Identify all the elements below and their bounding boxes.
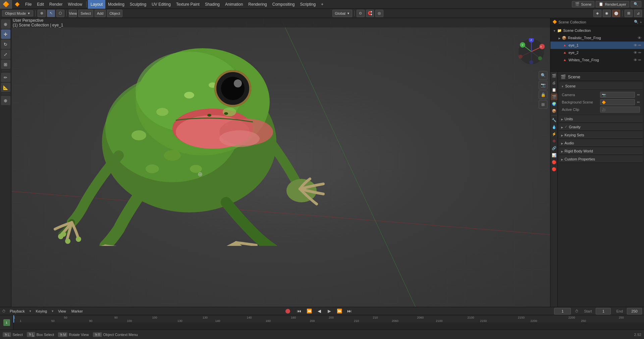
layout-btn[interactable]: ⊞ [539, 100, 547, 109]
proportional-btn[interactable]: ◎ [375, 10, 383, 17]
rigid-body-section-header[interactable]: Rigid Body World [559, 147, 643, 155]
tl-end-frame[interactable]: 250 [627, 308, 642, 315]
tl-start-frame[interactable]: 1 [596, 308, 611, 315]
add-menu-btn[interactable]: Add [95, 10, 106, 17]
lasso-select-btn[interactable]: ⬡ [56, 10, 64, 17]
keying-section-header[interactable]: Keying Sets [559, 131, 643, 139]
props-tab-constraints[interactable]: 🔗 [551, 145, 557, 151]
pivot-btn[interactable]: ⊙ [357, 10, 365, 17]
tool-measure[interactable]: 📐 [1, 83, 10, 92]
menu-window[interactable]: Render [47, 0, 65, 9]
snap-btn[interactable]: 🧲 [366, 10, 374, 17]
camera-edit-icon[interactable]: ✏ [637, 93, 640, 97]
tool-annotate[interactable]: ✏ [1, 73, 10, 82]
tl-prev-frame-btn[interactable]: ⏪ [306, 308, 313, 315]
props-tab-physics[interactable]: ⚙ [551, 138, 557, 144]
tl-jump-end-btn[interactable]: ⏭ [346, 308, 353, 315]
scene-section-header[interactable]: Scene [559, 82, 643, 90]
workspace-sculpting[interactable]: Sculpting [127, 0, 149, 9]
tl-play-btn[interactable]: ▶ [326, 308, 333, 315]
gravity-check-icon[interactable]: ✓ [565, 125, 568, 129]
outliner-item-whites[interactable]: 🔺 Whites_Tree_Frog 👁 ✏ [550, 56, 644, 64]
status-context[interactable]: 🖱R Object Context Menu [93, 332, 138, 337]
props-tab-output[interactable]: 🖨 [551, 79, 557, 86]
props-tab-object[interactable]: 📦 [551, 108, 557, 114]
object-mode-dropdown[interactable]: Object Mode ▼ [2, 10, 33, 16]
viewport-gizmo-btn[interactable]: ⊿ [634, 10, 642, 17]
select-tool-btn[interactable]: ↖ [47, 10, 55, 17]
bg-scene-selector[interactable]: 🔶 [600, 99, 635, 105]
workspace-animation[interactable]: Animation [222, 0, 246, 9]
props-tab-modifiers[interactable]: 🔧 [551, 117, 557, 123]
workspace-modeling[interactable]: Modeling [105, 0, 127, 9]
menu-edit[interactable]: File [22, 0, 34, 9]
outliner-filter-btn[interactable]: 🔍 [634, 20, 639, 24]
menu-file[interactable]: 🔶 [12, 0, 22, 9]
outliner-item-eye1[interactable]: 🔺 eye_1 👁 ✏ [550, 42, 644, 49]
tl-marker-btn[interactable]: Marker [70, 309, 84, 313]
props-tab-mat2[interactable]: 🔴 [551, 166, 557, 173]
outliner-item-scene-collection[interactable]: 📁 Scene Collection [550, 27, 644, 34]
gravity-section-header[interactable]: ✓ Gravity [559, 123, 643, 131]
workspace-texture-paint[interactable]: Texture Paint [173, 0, 202, 9]
props-tab-vfx[interactable]: 💧 [551, 124, 557, 130]
menu-help[interactable]: Window [65, 0, 85, 9]
view-menu-btn[interactable]: View [69, 10, 77, 17]
search-btn[interactable]: 🔍 [631, 1, 641, 7]
timeline-marks[interactable]: 1 50 90 100 130 140 160 200 210 2060 210… [13, 315, 644, 323]
viewport-shade-rendered[interactable]: ⬤ [612, 10, 620, 17]
scene-selector[interactable]: 🎬 Scene [572, 1, 594, 7]
zoom-in-btn[interactable]: 🔍 [539, 71, 547, 80]
add-workspace[interactable]: + [318, 0, 326, 9]
outliner-item-eye2[interactable]: 🔺 eye_2 👁 ✏ [550, 49, 644, 56]
tl-range-start-btn[interactable]: 1 [3, 319, 10, 326]
units-section-header[interactable]: Units [559, 115, 643, 123]
props-tab-mat[interactable]: 🔴 [551, 159, 557, 165]
tl-current-frame[interactable]: 1 [554, 308, 571, 315]
props-tab-world[interactable]: 🌍 [551, 100, 557, 107]
transform-space-dropdown[interactable]: Global ▼ [332, 10, 352, 17]
timeline-playhead[interactable] [13, 315, 14, 323]
workspace-layout[interactable]: Layout [88, 0, 105, 9]
workspace-shading[interactable]: Shading [202, 0, 222, 9]
tl-playback-btn[interactable]: Playback [8, 309, 26, 313]
bg-scene-edit-icon[interactable]: ✏ [637, 100, 640, 105]
outliner-add-btn[interactable]: + [640, 20, 642, 24]
tl-record-btn[interactable] [285, 309, 290, 314]
tool-rotate[interactable]: ↻ [1, 40, 10, 49]
timeline-scrubber[interactable]: 1 1 50 90 100 130 140 160 200 210 2060 [0, 315, 644, 330]
blender-logo[interactable]: 🔶 [0, 0, 12, 9]
workspace-compositing[interactable]: Compositing [270, 0, 298, 9]
tool-cursor[interactable]: ⊕ [1, 19, 10, 29]
select-menu-btn[interactable]: Select [78, 10, 93, 17]
status-rotate[interactable]: 🖱M Rotate View [58, 332, 89, 337]
viewport-overlay-btn[interactable]: ⊞ [625, 10, 633, 17]
object-menu-btn[interactable]: Object [107, 10, 122, 17]
tl-view-btn[interactable]: View [57, 309, 67, 313]
viewport[interactable]: ⊕ User Perspective (1) Scene Collection … [11, 18, 550, 307]
workspace-scripting[interactable]: Scripting [297, 0, 318, 9]
outliner-item-frog[interactable]: 📦 Realistic_Tree_Frog 👁 [550, 34, 644, 42]
tl-next-frame-btn[interactable]: ⏩ [336, 308, 343, 315]
status-select[interactable]: 🖱L Select [3, 332, 23, 337]
active-clip-selector[interactable]: 🎥 [600, 107, 640, 113]
render-layer-selector[interactable]: 📋 RenderLayer [596, 1, 629, 7]
tool-move[interactable]: ✛ [1, 29, 10, 39]
props-tab-scene[interactable]: 🎬 [551, 93, 557, 100]
tl-keying-btn[interactable]: Keying [35, 309, 49, 313]
status-box-select[interactable]: 🖱L̲ Box Select [27, 332, 54, 337]
workspace-uv-editing[interactable]: UV Editing [149, 0, 173, 9]
workspace-rendering[interactable]: Rendering [246, 0, 269, 9]
props-tab-data[interactable]: 📊 [551, 152, 557, 158]
camera-selector[interactable]: 📷 [600, 92, 635, 98]
cursor-tool-btn[interactable]: ⊕ [38, 10, 46, 17]
tool-add[interactable]: ⊕ [1, 96, 10, 105]
tool-scale[interactable]: ⤢ [1, 50, 10, 59]
tl-jump-start-btn[interactable]: ⏮ [296, 308, 303, 315]
viewport-shade-material[interactable]: ◉ [603, 10, 611, 17]
tl-play-reverse-btn[interactable]: ◀ [316, 308, 323, 315]
audio-section-header[interactable]: Audio [559, 139, 643, 147]
props-tab-particles[interactable]: ⚡ [551, 131, 557, 137]
props-tab-view-layer[interactable]: 📋 [551, 86, 557, 93]
lock-btn[interactable]: 🔒 [539, 90, 547, 99]
